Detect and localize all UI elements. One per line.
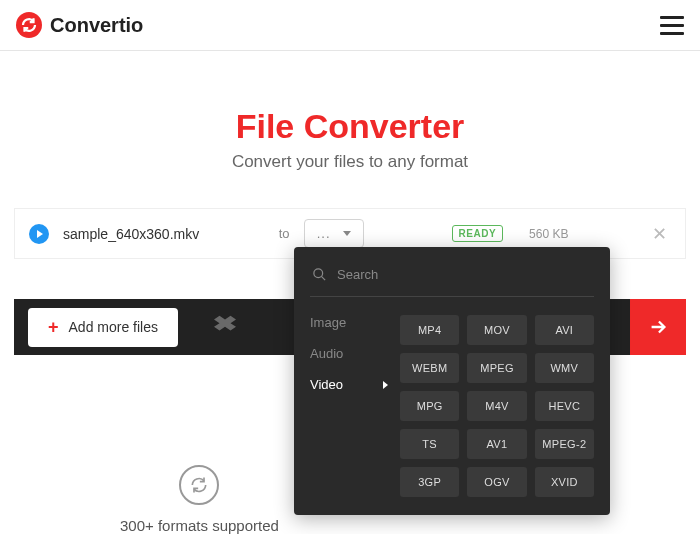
format-option[interactable]: WMV xyxy=(535,353,594,383)
format-select[interactable]: ... xyxy=(304,219,364,248)
brand-logo[interactable]: Convertio xyxy=(16,12,143,38)
format-option[interactable]: M4V xyxy=(467,391,526,421)
plus-icon: + xyxy=(48,317,59,338)
format-option[interactable]: MP4 xyxy=(400,315,459,345)
format-option[interactable]: 3GP xyxy=(400,467,459,497)
remove-file-button[interactable]: ✕ xyxy=(648,223,671,245)
format-option[interactable]: WEBM xyxy=(400,353,459,383)
convertio-icon xyxy=(16,12,42,38)
format-option[interactable]: TS xyxy=(400,429,459,459)
format-option[interactable]: HEVC xyxy=(535,391,594,421)
refresh-icon xyxy=(179,465,219,505)
page-title: File Converter xyxy=(20,107,680,146)
format-option[interactable]: MOV xyxy=(467,315,526,345)
format-option[interactable]: MPG xyxy=(400,391,459,421)
feature-text: 300+ formats supported xyxy=(120,517,279,534)
add-more-label: Add more files xyxy=(69,319,158,335)
page-subtitle: Convert your files to any format xyxy=(20,152,680,172)
chevron-right-icon xyxy=(383,381,388,389)
to-label: to xyxy=(279,226,290,241)
format-option[interactable]: XVID xyxy=(535,467,594,497)
file-name: sample_640x360.mkv xyxy=(63,226,199,242)
category-video[interactable]: Video xyxy=(310,377,388,392)
file-size: 560 KB xyxy=(529,227,568,241)
format-placeholder: ... xyxy=(317,226,331,241)
feature-formats: 300+ formats supported xyxy=(120,465,279,534)
format-option[interactable]: OGV xyxy=(467,467,526,497)
add-more-files-button[interactable]: + Add more files xyxy=(28,308,178,347)
status-badge: READY xyxy=(452,225,504,242)
format-grid: MP4 MOV AVI WEBM MPEG WMV MPG M4V HEVC T… xyxy=(400,315,594,497)
chevron-down-icon xyxy=(343,231,351,236)
format-option[interactable]: AV1 xyxy=(467,429,526,459)
category-image[interactable]: Image xyxy=(310,315,388,330)
brand-name: Convertio xyxy=(50,14,143,37)
svg-point-0 xyxy=(314,269,323,278)
format-option[interactable]: MPEG xyxy=(467,353,526,383)
dropbox-icon[interactable] xyxy=(214,314,236,340)
format-search-input[interactable] xyxy=(337,267,592,282)
convert-button[interactable] xyxy=(630,299,686,355)
video-file-icon xyxy=(29,224,49,244)
format-option[interactable]: AVI xyxy=(535,315,594,345)
format-dropdown: Image Audio Video MP4 MOV AVI WEBM MPEG … xyxy=(294,247,610,515)
format-option[interactable]: MPEG-2 xyxy=(535,429,594,459)
category-audio[interactable]: Audio xyxy=(310,346,388,361)
search-icon xyxy=(312,267,327,282)
menu-button[interactable] xyxy=(660,16,684,35)
